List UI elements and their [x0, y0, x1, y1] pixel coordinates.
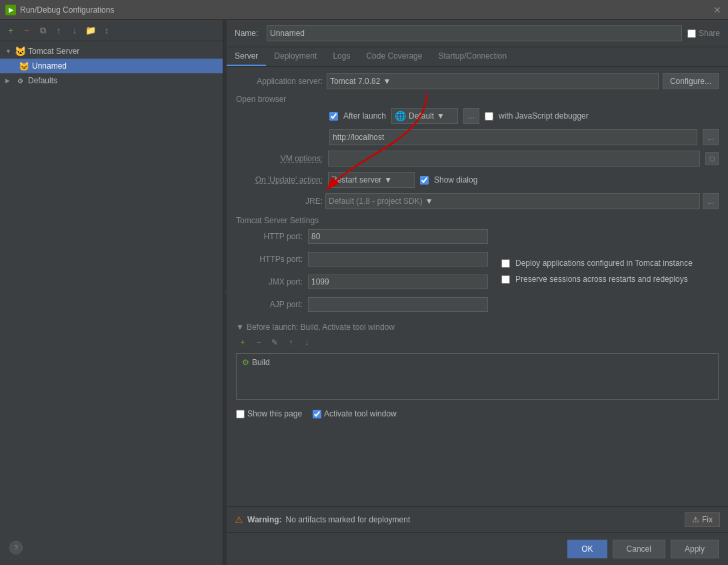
app-server-arrow-icon: ▼ — [383, 77, 391, 86]
footer-bar: OK Cancel Apply — [227, 532, 728, 565]
config-icon: 🐱 — [19, 61, 29, 71]
app-server-value: Tomcat 7.0.82 — [330, 77, 380, 86]
before-launch-section: ▼ Before launch: Build, Activate tool wi… — [236, 322, 719, 418]
app-server-label: Application server: — [236, 77, 323, 86]
move-up-button[interactable]: ↑ — [52, 24, 65, 37]
jre-dropdown[interactable]: Default (1.8 - project SDK) ▼ — [325, 193, 700, 209]
activate-window-checkbox[interactable] — [313, 410, 321, 418]
bl-remove-button[interactable]: − — [252, 336, 265, 349]
folder-button[interactable]: 📁 — [84, 24, 97, 37]
jre-dots-button[interactable]: ... — [703, 193, 719, 209]
tomcat-icon: 🐱 — [15, 46, 25, 57]
show-page-label: Show this page — [247, 409, 302, 418]
preserve-label: Preserve sessions across restarts and re… — [515, 275, 688, 284]
update-action-dropdown[interactable]: Restart server ▼ — [328, 172, 415, 188]
open-browser-label: Open browser — [236, 95, 719, 104]
defaults-label: Defaults — [28, 76, 57, 85]
title-bar-left: ▶ Run/Debug Configurations — [5, 5, 114, 15]
bl-down-button[interactable]: ↓ — [300, 336, 313, 349]
bl-up-button[interactable]: ↑ — [284, 336, 297, 349]
app-server-dropdown[interactable]: Tomcat 7.0.82 ▼ — [327, 73, 659, 89]
show-page-checkbox[interactable] — [236, 410, 245, 418]
tab-startup-connection[interactable]: Startup/Connection — [430, 47, 515, 66]
remove-config-button[interactable]: − — [20, 24, 33, 37]
name-row: Name: Share — [227, 20, 728, 47]
deploy-column: Deploy applications configured in Tomcat… — [501, 229, 693, 316]
name-label: Name: — [235, 29, 261, 38]
name-input[interactable] — [267, 25, 682, 41]
tab-logs[interactable]: Logs — [325, 47, 358, 66]
jre-label: JRE: — [236, 197, 323, 206]
add-config-button[interactable]: + — [4, 24, 17, 37]
copy-config-button[interactable]: ⧉ — [36, 24, 49, 37]
preserve-row: Preserve sessions across restarts and re… — [501, 275, 693, 284]
configure-button[interactable]: Configure... — [663, 73, 719, 89]
expand-arrow: ▼ — [5, 48, 12, 55]
apply-button[interactable]: Apply — [671, 540, 719, 558]
vm-options-input[interactable] — [328, 151, 700, 167]
preserve-checkbox[interactable] — [501, 275, 510, 284]
activate-window-wrapper: Activate tool window — [313, 409, 397, 418]
tab-deployment[interactable]: Deployment — [266, 47, 325, 66]
tabs-bar: Server Deployment Logs Code Coverage Sta… — [227, 47, 728, 67]
port-and-deploy: HTTP port: HTTPs port: JMX port: AJ — [249, 229, 719, 316]
tab-server[interactable]: Server — [227, 47, 266, 66]
unnamed-config-label: Unnamed — [32, 61, 67, 71]
app-icon: ▶ — [5, 5, 16, 15]
browser-value: Default — [409, 111, 434, 121]
bl-edit-button[interactable]: ✎ — [268, 336, 281, 349]
vm-expand-button[interactable]: ⬡ — [705, 152, 719, 165]
move-down-button[interactable]: ↓ — [68, 24, 81, 37]
tomcat-group-item[interactable]: ▼ 🐱 Tomcat Server — [0, 44, 223, 59]
bl-add-button[interactable]: + — [236, 336, 249, 349]
help-button[interactable]: ? — [9, 541, 23, 554]
ajp-port-label: AJP port: — [249, 300, 303, 309]
ok-button[interactable]: OK — [567, 540, 607, 558]
close-button[interactable]: ✕ — [712, 5, 723, 15]
build-item-label: Build — [252, 358, 270, 367]
http-port-label: HTTP port: — [249, 232, 303, 241]
bottom-checkboxes: Show this page Activate tool window — [236, 409, 719, 418]
after-launch-label: After launch — [343, 111, 386, 121]
build-item: ⚙ Build — [242, 356, 713, 368]
before-launch-header: ▼ Before launch: Build, Activate tool wi… — [236, 322, 719, 332]
ajp-port-input[interactable] — [308, 297, 488, 312]
warning-text: ⚠ Warning: No artifacts marked for deplo… — [235, 514, 410, 525]
share-checkbox[interactable] — [687, 29, 696, 38]
server-settings-section: HTTP port: HTTPs port: JMX port: AJ — [249, 229, 719, 316]
left-panel: + − ⧉ ↑ ↓ 📁 ↕ ▼ 🐱 Tomcat Server 🐱 Unname… — [0, 20, 223, 565]
cancel-button[interactable]: Cancel — [613, 540, 665, 558]
deploy-checkbox[interactable] — [501, 259, 510, 268]
share-row: Share — [687, 29, 720, 38]
update-dropdown-arrow: ▼ — [384, 175, 392, 185]
tab-code-coverage[interactable]: Code Coverage — [358, 47, 430, 66]
browser-dropdown[interactable]: 🌐 Default ▼ — [391, 108, 458, 124]
deploy-label: Deploy applications configured in Tomcat… — [515, 259, 693, 268]
after-launch-checkbox[interactable] — [329, 112, 338, 121]
https-port-input[interactable] — [308, 252, 488, 267]
jmx-port-input[interactable] — [308, 275, 488, 289]
content-area: Application server: Tomcat 7.0.82 ▼ Conf… — [227, 67, 728, 506]
unnamed-config-item[interactable]: 🐱 Unnamed — [0, 59, 223, 73]
js-debugger-checkbox[interactable] — [485, 112, 493, 121]
browser-dropdown-arrow: ▼ — [437, 111, 445, 121]
url-input[interactable] — [329, 129, 697, 145]
before-launch-arrow: ▼ — [236, 322, 244, 332]
config-tree: ▼ 🐱 Tomcat Server 🐱 Unnamed ▶ ⚙ Defaults — [0, 41, 223, 550]
before-launch-list: ⚙ Build — [236, 353, 719, 400]
defaults-item[interactable]: ▶ ⚙ Defaults — [0, 73, 223, 88]
sort-button[interactable]: ↕ — [100, 24, 113, 37]
update-action-value: Restart server — [331, 175, 381, 185]
port-column: HTTP port: HTTPs port: JMX port: AJ — [249, 229, 488, 316]
share-label: Share — [699, 29, 720, 38]
browser-dots-button[interactable]: ... — [463, 108, 479, 124]
tomcat-settings-title: Tomcat Server Settings — [236, 216, 719, 225]
js-debugger-label: with JavaScript debugger — [499, 111, 589, 121]
url-dots-button[interactable]: ... — [703, 129, 719, 145]
http-port-input[interactable] — [308, 229, 488, 244]
defaults-icon: ⚙ — [15, 75, 25, 86]
show-dialog-checkbox[interactable] — [420, 176, 429, 185]
fix-button[interactable]: ⚠ Fix — [685, 512, 720, 527]
build-icon: ⚙ — [242, 358, 249, 367]
http-port-row: HTTP port: — [249, 229, 488, 244]
